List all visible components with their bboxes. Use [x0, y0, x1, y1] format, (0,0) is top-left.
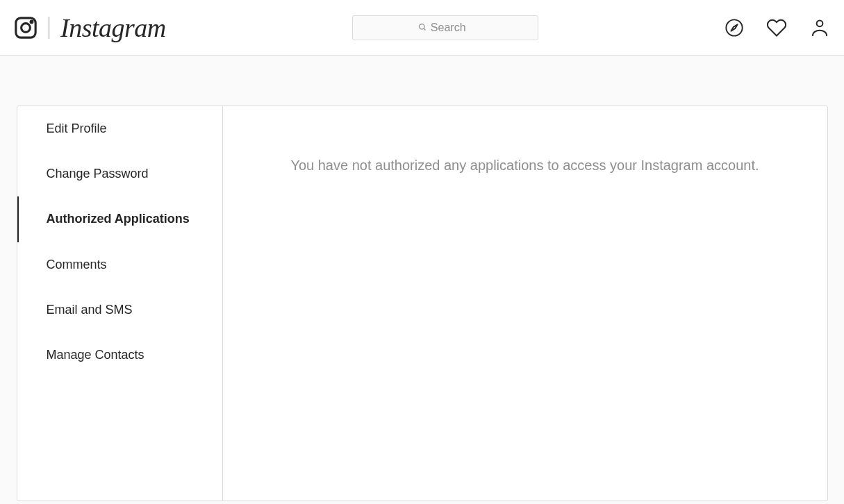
sidebar-item-label: Manage Contacts — [47, 348, 144, 362]
svg-point-7 — [817, 20, 823, 26]
explore-icon[interactable] — [725, 18, 744, 37]
sidebar-item-authorized-applications[interactable]: Authorized Applications — [17, 196, 222, 242]
sidebar-item-edit-profile[interactable]: Edit Profile — [17, 106, 222, 151]
top-header: Instagram — [0, 0, 844, 56]
sidebar-item-manage-contacts[interactable]: Manage Contacts — [17, 333, 222, 378]
svg-marker-6 — [731, 24, 737, 31]
settings-sidebar: Edit Profile Change Password Authorized … — [17, 106, 223, 501]
search-icon — [418, 22, 427, 34]
nav-icons — [725, 17, 830, 38]
logo-group[interactable]: Instagram — [14, 12, 166, 43]
sidebar-item-change-password[interactable]: Change Password — [17, 151, 222, 196]
sidebar-item-email-and-sms[interactable]: Email and SMS — [17, 287, 222, 333]
sidebar-item-label: Authorized Applications — [47, 212, 190, 226]
sidebar-item-label: Email and SMS — [47, 303, 133, 317]
search-input[interactable] — [431, 22, 472, 34]
sidebar-item-label: Change Password — [47, 167, 149, 180]
sidebar-item-label: Edit Profile — [47, 121, 107, 135]
logo-divider — [49, 17, 49, 39]
sidebar-item-comments[interactable]: Comments — [17, 242, 222, 287]
settings-panel: Edit Profile Change Password Authorized … — [17, 106, 828, 501]
search-box[interactable] — [352, 15, 538, 40]
svg-point-3 — [419, 24, 424, 29]
sidebar-item-label: Comments — [47, 258, 107, 271]
heart-icon[interactable] — [766, 17, 787, 38]
svg-point-1 — [22, 23, 31, 32]
wordmark: Instagram — [60, 12, 166, 43]
empty-state-message: You have not authorized any applications… — [265, 155, 786, 176]
camera-icon — [14, 16, 38, 40]
svg-point-5 — [726, 19, 742, 35]
svg-line-4 — [424, 28, 426, 31]
svg-point-2 — [31, 21, 33, 23]
main-content: You have not authorized any applications… — [223, 106, 827, 501]
profile-icon[interactable] — [809, 17, 830, 38]
